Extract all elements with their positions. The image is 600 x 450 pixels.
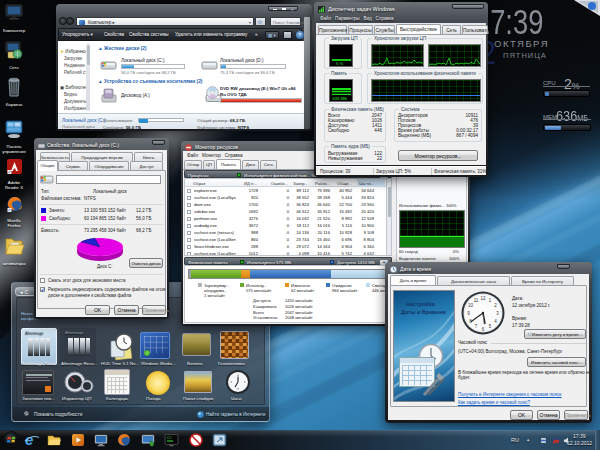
svg-text:12: 12: [480, 296, 486, 301]
svg-text:11: 11: [474, 298, 479, 303]
svg-text:10: 10: [468, 303, 474, 308]
svg-text:C:\: C:\: [167, 436, 172, 440]
